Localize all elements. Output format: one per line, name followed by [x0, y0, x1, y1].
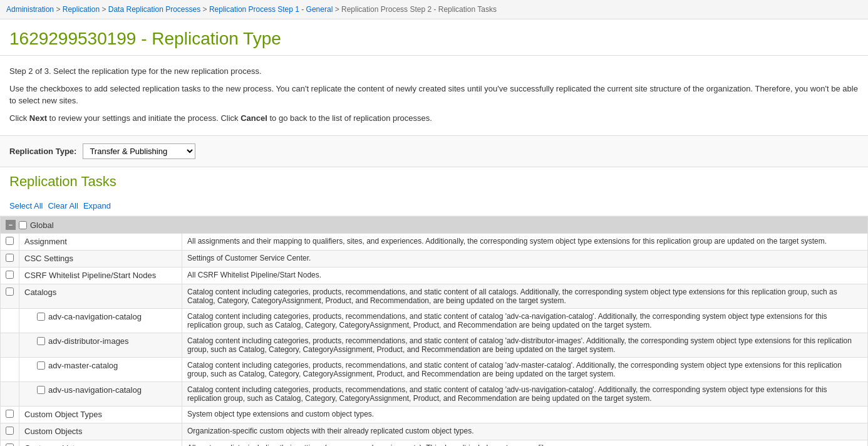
table-row: Catalogs Catalog content including categ… [1, 284, 868, 309]
nav-suffix: to go back to the list of replication pr… [270, 113, 432, 123]
table-row: adv-ca-navigation-catalog Catalog conten… [1, 309, 868, 333]
table-row: Customer Lists All customer lists, inclu… [1, 440, 868, 447]
table-row: adv-distributor-images Catalog content i… [1, 333, 868, 358]
task-desc-cell: Catalog content including categories, pr… [182, 358, 868, 382]
step-info: Step 2 of 3. Select the replication type… [9, 65, 859, 78]
adv-ca-checkbox[interactable] [37, 313, 45, 321]
csc-settings-checkbox[interactable] [6, 254, 14, 262]
task-name-cell: CSC Settings [19, 251, 182, 267]
expand-link[interactable]: Expand [83, 201, 111, 210]
breadcrumb-step1[interactable]: Replication Process Step 1 - General [209, 5, 333, 14]
task-name-label: adv-distributor-images [48, 336, 129, 346]
global-group-checkbox[interactable] [19, 221, 27, 229]
checkbox-cell [1, 423, 19, 440]
nav-info: Click Next to review your settings and i… [9, 112, 859, 125]
task-name-label: adv-ca-navigation-catalog [48, 312, 142, 321]
catalogs-checkbox[interactable] [6, 288, 14, 296]
nav-prefix: Click [9, 113, 29, 123]
assignment-checkbox[interactable] [6, 237, 14, 245]
table-row: Custom Object Types System object type e… [1, 407, 868, 423]
task-desc-cell: Catalog content including categories, pr… [182, 309, 868, 333]
task-name-label: adv-master-catalog [48, 361, 118, 370]
table-row: Custom Objects Organization-specific cus… [1, 423, 868, 440]
customer-lists-checkbox[interactable] [6, 443, 14, 446]
task-desc-cell: Catalog content including categories, pr… [182, 333, 868, 358]
custom-object-types-checkbox[interactable] [6, 410, 14, 418]
task-desc-cell: All CSRF Whitelist Pipeline/Start Nodes. [182, 267, 868, 284]
task-name-cell: adv-master-catalog [19, 358, 182, 382]
task-desc-cell: Organization-specific custom objects wit… [182, 423, 868, 440]
task-desc-cell: Catalog content including categories, pr… [182, 382, 868, 407]
task-name-cell: Catalogs [19, 284, 182, 309]
task-name-cell: CSRF Whitelist Pipeline/Start Nodes [19, 267, 182, 284]
table-row: Assignment All assignments and their map… [1, 234, 868, 251]
task-name-cell: adv-distributor-images [19, 333, 182, 358]
table-row: CSC Settings Settings of Customer Servic… [1, 251, 868, 267]
csrf-checkbox[interactable] [6, 271, 14, 279]
adv-distributor-checkbox[interactable] [37, 337, 45, 345]
breadcrumb: Administration > Replication > Data Repl… [0, 0, 868, 19]
task-name-cell: adv-ca-navigation-catalog [19, 309, 182, 333]
adv-master-checkbox[interactable] [37, 361, 45, 370]
clear-all-link[interactable]: Clear All [48, 201, 78, 210]
table-row: CSRF Whitelist Pipeline/Start Nodes All … [1, 267, 868, 284]
select-all-link[interactable]: Select All [9, 201, 43, 210]
task-desc-cell: System object type extensions and custom… [182, 407, 868, 423]
task-desc-cell: All assignments and their mapping to qua… [182, 234, 868, 251]
checkbox-info: Use the checkboxes to add selected repli… [9, 83, 859, 107]
tasks-actions: Select All Clear All Expand [0, 196, 868, 216]
table-row: adv-master-catalog Catalog content inclu… [1, 358, 868, 382]
nav-cancel-label: Cancel [240, 113, 267, 123]
checkbox-cell [1, 333, 19, 358]
table-row: adv-us-navigation-catalog Catalog conten… [1, 382, 868, 407]
checkbox-cell [1, 358, 19, 382]
task-desc-cell: Catalog content including categories, pr… [182, 284, 868, 309]
task-name-cell: Customer Lists [19, 440, 182, 447]
breadcrumb-data-replication[interactable]: Data Replication Processes [108, 5, 200, 14]
page-header: 1629299530199 - Replication Type [0, 19, 868, 56]
task-name-label: adv-us-navigation-catalog [48, 385, 142, 395]
task-name-cell: Assignment [19, 234, 182, 251]
task-desc-cell: Settings of Customer Service Center. [182, 251, 868, 267]
task-name-cell: adv-us-navigation-catalog [19, 382, 182, 407]
tasks-table: − Global Assignment All assignments and … [0, 216, 868, 446]
breadcrumb-administration[interactable]: Administration [6, 5, 54, 14]
adv-us-checkbox[interactable] [37, 386, 45, 394]
checkbox-cell [1, 440, 19, 447]
task-name-cell: Custom Object Types [19, 407, 182, 423]
tasks-section-header: Replication Tasks [0, 167, 868, 196]
page-title: 1629299530199 - Replication Type [9, 29, 859, 49]
nav-middle: to review your settings and initiate the… [49, 113, 241, 123]
task-desc-cell: All customer lists, including their sett… [182, 440, 868, 447]
checkbox-cell [1, 407, 19, 423]
checkbox-cell [1, 234, 19, 251]
collapse-button[interactable]: − [6, 220, 16, 230]
nav-next-label: Next [29, 113, 47, 123]
checkbox-cell [1, 267, 19, 284]
breadcrumb-current: Replication Process Step 2 - Replication… [341, 5, 497, 14]
tasks-title: Replication Tasks [9, 174, 859, 190]
replication-type-select[interactable]: Transfer & Publishing Export Search Inde… [83, 143, 195, 159]
task-name-cell: Custom Objects [19, 423, 182, 440]
checkbox-cell [1, 309, 19, 333]
global-group-label: Global [30, 220, 54, 230]
custom-objects-checkbox[interactable] [6, 427, 14, 435]
global-group-row: − Global [1, 217, 868, 234]
replication-type-section: Replication Type: Transfer & Publishing … [0, 136, 868, 167]
checkbox-cell [1, 382, 19, 407]
description-section: Step 2 of 3. Select the replication type… [0, 56, 868, 136]
replication-type-label: Replication Type: [9, 147, 76, 156]
checkbox-cell [1, 251, 19, 267]
breadcrumb-replication[interactable]: Replication [63, 5, 100, 14]
checkbox-cell [1, 284, 19, 309]
